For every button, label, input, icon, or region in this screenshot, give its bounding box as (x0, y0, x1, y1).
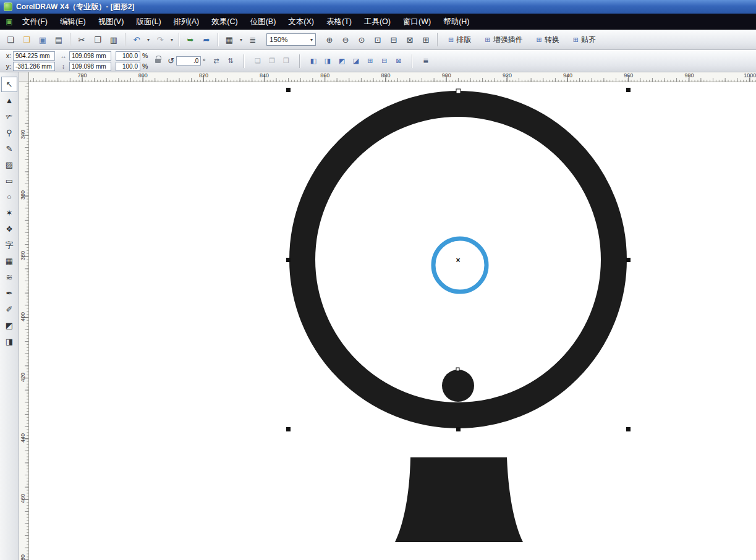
selection-handle[interactable] (286, 427, 291, 431)
undo-dropdown-button[interactable]: ▾ (145, 32, 151, 47)
drawing-canvas[interactable]: × (29, 82, 756, 560)
selection-handle[interactable] (626, 427, 631, 431)
object-height-input[interactable] (69, 62, 111, 71)
menu-item[interactable]: 版面(L) (130, 14, 167, 30)
ellipse-node[interactable] (456, 368, 459, 371)
selection-handle[interactable] (456, 427, 461, 431)
paste-button[interactable]: ▥ (106, 32, 121, 47)
pick-tool[interactable]: ↖ (1, 77, 17, 92)
menu-item[interactable]: 编辑(E) (54, 14, 92, 30)
ruler-origin-corner[interactable] (19, 72, 29, 82)
selection-handle[interactable] (286, 88, 291, 92)
layout-button[interactable]: ⊞ 排版 (443, 32, 476, 48)
welcome-screen-button[interactable]: ≣ (245, 32, 260, 47)
object-op-icon[interactable]: ◨ (321, 54, 334, 67)
lock-ratio-button[interactable] (152, 53, 163, 70)
zoom-tool[interactable]: ⚲ (1, 125, 17, 140)
selection-center-marker[interactable]: × (456, 256, 460, 265)
plugins-button[interactable]: ⊞ 增强插件 (480, 32, 527, 48)
snap-button[interactable]: ⊞ 贴齐 (568, 32, 601, 48)
menu-item[interactable]: 视图(V) (92, 14, 130, 30)
selection-handle[interactable] (626, 258, 631, 262)
ellipse-tool[interactable]: ○ (1, 189, 17, 205)
table-tool[interactable]: ▦ (1, 253, 17, 269)
undo-button[interactable]: ↶ (129, 32, 144, 47)
crop-tool[interactable]: ✃ (1, 109, 17, 124)
zoom-to-selected-button[interactable]: ⊙ (354, 32, 369, 47)
open-button[interactable]: ❒ (19, 32, 34, 47)
eyedropper-tool[interactable]: ✒ (1, 286, 17, 301)
zoom-to-all-button[interactable]: ⊡ (370, 32, 385, 47)
shape-tool[interactable]: ▲ (1, 93, 17, 108)
cut-button[interactable]: ✂ (74, 32, 89, 47)
zoom-to-width-button[interactable]: ⊠ (402, 32, 417, 47)
mirror-icon-button[interactable]: ⇅ (224, 54, 237, 67)
small-circle-shape[interactable] (442, 370, 474, 402)
horizontal-ruler[interactable]: 7808008208408608809009209409609801000 (29, 72, 756, 82)
object-op-icon[interactable]: ⊠ (392, 54, 405, 67)
redo-dropdown-button[interactable]: ▾ (169, 32, 175, 47)
menu-item[interactable]: 窗口(W) (397, 14, 437, 30)
selection-handle[interactable] (286, 258, 291, 262)
object-op-icon[interactable]: ❒ (279, 54, 292, 67)
zoom-out-button[interactable]: ⊖ (338, 32, 353, 47)
menu-item[interactable]: 文本(X) (282, 14, 320, 30)
zoom-level-combo[interactable]: 150% ▾ (266, 33, 316, 46)
panel-icon: ⊞ (485, 36, 490, 44)
fill-tool[interactable]: ◩ (1, 318, 17, 333)
object-op-icon[interactable]: ◧ (307, 54, 320, 67)
rotation-input[interactable] (176, 56, 201, 66)
mirror-icon-button[interactable]: ⇄ (210, 54, 223, 67)
document-icon[interactable]: ▣ (2, 17, 16, 26)
import-button[interactable]: ➥ (183, 32, 198, 47)
rectangle-tool[interactable]: ▭ (1, 173, 17, 189)
object-y-input[interactable] (13, 62, 55, 71)
selection-handle[interactable] (626, 88, 631, 92)
wrap-text-button[interactable]: ≣ (419, 54, 432, 67)
object-op-icon[interactable]: ⊞ (363, 54, 376, 67)
menu-item[interactable]: 效果(C) (205, 14, 244, 30)
pedestal-base-shape[interactable] (395, 457, 523, 542)
object-op-icon[interactable]: ❏ (251, 54, 264, 67)
object-op-icon[interactable]: ◪ (349, 54, 362, 67)
zoom-to-page-icon: ⊟ (391, 35, 397, 45)
outline-pen-tool[interactable]: ✐ (1, 302, 17, 317)
interactive-fill-tool[interactable]: ◨ (1, 334, 17, 349)
ruler-number: 480 (20, 552, 27, 560)
copy-button[interactable]: ❐ (90, 32, 105, 47)
new-button[interactable]: ❏ (3, 32, 18, 47)
object-op-icon[interactable]: ⊟ (378, 54, 391, 67)
print-button[interactable]: ▤ (51, 32, 66, 47)
titlebar[interactable]: CorelDRAW X4（专业版）- [图形2] (0, 0, 756, 14)
freehand-tool[interactable]: ✎ (1, 141, 17, 156)
object-op-icon[interactable]: ◩ (335, 54, 348, 67)
menu-item[interactable]: 位图(B) (244, 14, 282, 30)
zoom-to-height-button[interactable]: ⊞ (418, 32, 433, 47)
menu-item[interactable]: 排列(A) (168, 14, 206, 30)
export-button[interactable]: ➦ (199, 32, 214, 47)
application-launcher-button[interactable]: ▦ (222, 32, 237, 47)
save-button[interactable]: ▣ (35, 32, 50, 47)
object-width-input[interactable] (69, 51, 111, 61)
polygon-tool[interactable]: ✶ (1, 205, 17, 221)
selection-handle[interactable] (456, 89, 461, 93)
blend-tool[interactable]: ≋ (1, 269, 17, 285)
zoom-in-button[interactable]: ⊕ (322, 32, 337, 47)
scale-y-input[interactable] (116, 62, 140, 71)
menu-item[interactable]: 工具(O) (358, 14, 397, 30)
menu-item[interactable]: 文件(F) (16, 14, 54, 30)
object-op-icon[interactable]: ❐ (265, 54, 278, 67)
text-tool[interactable]: 字 (1, 237, 17, 253)
smart-fill-tool[interactable]: ▨ (1, 157, 17, 172)
blue-circle-shape[interactable] (433, 239, 486, 292)
vertical-ruler[interactable]: 340360380400420440460480 (19, 82, 29, 560)
menu-item[interactable]: 表格(T) (320, 14, 358, 30)
menu-item[interactable]: 帮助(H) (437, 14, 475, 30)
scale-x-input[interactable] (116, 51, 140, 61)
basic-shapes-tool[interactable]: ❖ (1, 221, 17, 237)
zoom-to-page-button[interactable]: ⊟ (386, 32, 401, 47)
launcher-dropdown-button[interactable]: ▾ (238, 32, 244, 47)
convert-button[interactable]: ⊞ 转换 (531, 32, 564, 48)
object-x-input[interactable] (13, 51, 55, 61)
redo-button[interactable]: ↷ (153, 32, 168, 47)
